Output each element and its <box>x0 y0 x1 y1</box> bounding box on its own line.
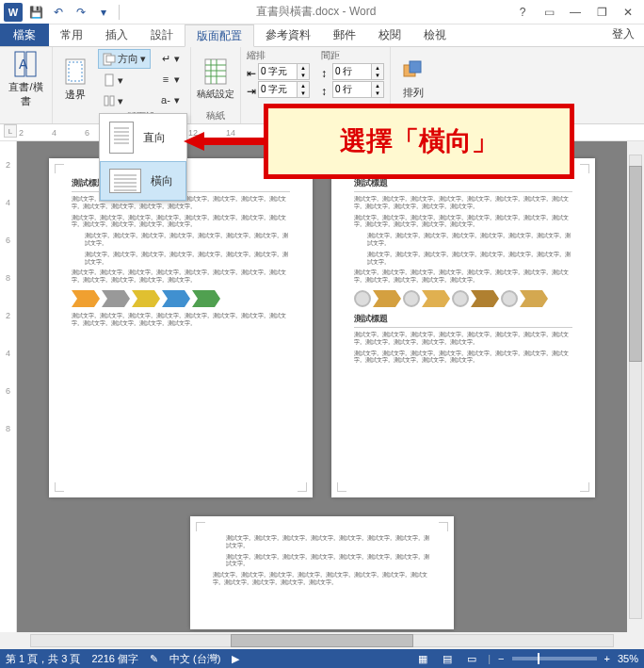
heading: 測試標題 <box>354 177 572 192</box>
line-numbers-button[interactable]: ≡▾ <box>154 70 185 89</box>
indent-left-input[interactable] <box>259 67 297 77</box>
zoom-out-button[interactable]: − <box>498 653 504 664</box>
ruler-tick: 4 <box>6 198 10 207</box>
indent-right-spinner[interactable]: ▲▼ <box>258 81 310 98</box>
save-button[interactable]: 💾 <box>26 3 45 22</box>
tab-page-layout[interactable]: 版面配置 <box>185 24 254 47</box>
help-button[interactable]: ? <box>510 3 535 22</box>
body-text: 測試文字。測試文字。測試文字。測試文字。測試文字。測試文字。測試文字。測試文字。… <box>354 332 572 347</box>
tab-references[interactable]: 參考資料 <box>254 24 322 46</box>
close-button[interactable]: ✕ <box>616 3 640 22</box>
spinner-down-icon[interactable]: ▼ <box>298 72 309 79</box>
tab-design[interactable]: 設計 <box>139 24 185 46</box>
tab-mailings[interactable]: 郵件 <box>322 24 367 46</box>
indent-left-spinner[interactable]: ▲▼ <box>258 63 310 80</box>
crop-mark-icon <box>580 482 589 492</box>
columns-button[interactable]: ▾ <box>98 91 151 110</box>
sign-in-button[interactable]: 登入 <box>603 23 644 46</box>
zoom-in-button[interactable]: + <box>604 653 610 664</box>
ruler-tick: 6 <box>6 236 10 245</box>
spinner-down-icon[interactable]: ▼ <box>372 90 383 97</box>
page-indicator[interactable]: 第 1 頁，共 3 頁 <box>6 652 80 666</box>
tab-stop-selector[interactable]: L <box>4 124 17 138</box>
web-layout-button[interactable]: ▭ <box>463 652 480 665</box>
crop-mark-icon <box>196 522 205 531</box>
zoom-slider[interactable] <box>512 657 597 660</box>
page-1: 測試標題 測試文字。測試文字。測試文字。測試文字。測試文字。測試文字。測試文字。… <box>49 158 313 497</box>
tab-review[interactable]: 校閱 <box>367 24 412 46</box>
tab-file[interactable]: 檔案 <box>0 24 49 46</box>
orientation-icon <box>103 53 116 66</box>
tab-insert[interactable]: 插入 <box>94 24 139 46</box>
crop-mark-icon <box>55 164 64 173</box>
qat-customize-button[interactable]: ▾ <box>94 3 113 22</box>
chevron-down-icon: ▾ <box>174 53 180 65</box>
spinner-down-icon[interactable]: ▼ <box>372 72 383 79</box>
print-layout-button[interactable]: ▤ <box>439 652 456 665</box>
spinner-down-icon[interactable]: ▼ <box>298 90 309 97</box>
breaks-button[interactable]: ↵▾ <box>154 49 185 68</box>
read-mode-button[interactable]: ▦ <box>414 652 431 665</box>
macro-icon[interactable]: ▶ <box>232 653 239 665</box>
chevron-down-icon: ▾ <box>174 73 180 86</box>
space-after-spinner[interactable]: ▲▼ <box>332 81 384 98</box>
spinner-up-icon[interactable]: ▲ <box>372 82 383 90</box>
scrollbar-thumb[interactable] <box>629 166 642 362</box>
redo-button[interactable]: ↷ <box>72 3 90 22</box>
orientation-button[interactable]: 方向 ▾ <box>98 49 151 69</box>
language-indicator[interactable]: 中文 (台灣) <box>169 652 220 666</box>
smartart-chevrons <box>72 290 290 307</box>
space-before-spinner[interactable]: ▲▼ <box>332 63 384 80</box>
orientation-portrait-item[interactable]: 直向 <box>100 114 186 161</box>
tab-view[interactable]: 檢視 <box>412 24 458 46</box>
svg-text:A: A <box>19 57 28 72</box>
space-after-input[interactable] <box>333 85 371 95</box>
margins-icon <box>64 57 87 86</box>
ruler-tick: 4 <box>52 128 56 138</box>
text-direction-button[interactable]: A 直書/橫書 <box>5 49 48 109</box>
vertical-scrollbar[interactable] <box>627 141 644 632</box>
indent-right-input[interactable] <box>259 85 297 95</box>
crop-mark-icon <box>337 482 346 492</box>
horizontal-scrollbar[interactable] <box>17 632 627 649</box>
hyphenation-button[interactable]: a-▾ <box>154 90 185 109</box>
vertical-ruler[interactable]: 24682468 <box>0 141 17 632</box>
heading: 測試標題 <box>354 313 572 328</box>
ruler-tick: 2 <box>6 311 10 320</box>
scrollbar-thumb[interactable] <box>231 634 413 647</box>
tutorial-callout: 選擇「橫向」 <box>264 104 574 179</box>
proofing-icon[interactable]: ✎ <box>150 653 158 665</box>
spinner-up-icon[interactable]: ▲ <box>298 82 309 90</box>
document-title: 直書與橫書.docx - Word <box>121 4 510 20</box>
body-text: 測試文字。測試文字。測試文字。測試文字。測試文字。測試文字。測試文字。測試文字。 <box>85 252 290 267</box>
restore-button[interactable]: ❐ <box>589 3 614 22</box>
svg-rect-7 <box>105 74 113 86</box>
body-text: 測試文字。測試文字。測試文字。測試文字。測試文字。測試文字。測試文字。測試文字。… <box>72 215 290 230</box>
svg-rect-9 <box>110 96 114 106</box>
orientation-menu: 直向 橫向 <box>99 113 187 202</box>
ruler-tick: 4 <box>6 349 10 358</box>
separator: | <box>488 653 491 664</box>
body-text: 測試文字。測試文字。測試文字。測試文字。測試文字。測試文字。測試文字。測試文字。… <box>354 215 572 230</box>
spinner-up-icon[interactable]: ▲ <box>372 64 383 72</box>
orientation-landscape-item[interactable]: 橫向 <box>100 161 186 201</box>
space-before-input[interactable] <box>333 67 371 77</box>
tab-home[interactable]: 常用 <box>49 24 94 46</box>
undo-button[interactable]: ↶ <box>49 3 68 22</box>
manuscript-label: 稿紙設定 <box>197 88 234 101</box>
document-canvas[interactable]: 測試標題 測試文字。測試文字。測試文字。測試文字。測試文字。測試文字。測試文字。… <box>17 141 627 632</box>
body-text: 測試文字。測試文字。測試文字。測試文字。測試文字。測試文字。測試文字。測試文字。… <box>72 313 290 328</box>
line-numbers-icon: ≡ <box>159 73 172 86</box>
zoom-value[interactable]: 35% <box>618 653 638 664</box>
body-text: 測試文字。測試文字。測試文字。測試文字。測試文字。測試文字。測試文字。測試文字。… <box>354 350 572 366</box>
minimize-button[interactable]: — <box>563 3 588 22</box>
zoom-handle[interactable] <box>538 653 539 664</box>
word-count[interactable]: 2216 個字 <box>91 652 138 666</box>
spinner-up-icon[interactable]: ▲ <box>298 64 309 72</box>
margins-button[interactable]: 邊界 <box>58 49 92 109</box>
manuscript-button[interactable]: 稿紙設定 <box>197 49 234 109</box>
size-button[interactable]: ▾ <box>98 71 151 90</box>
page-3: 測試文字。測試文字。測試文字。測試文字。測試文字。測試文字。測試文字。測試文字。… <box>190 516 454 629</box>
arrange-button[interactable]: 排列 <box>396 49 430 109</box>
ribbon-display-options-button[interactable]: ▭ <box>537 3 561 22</box>
